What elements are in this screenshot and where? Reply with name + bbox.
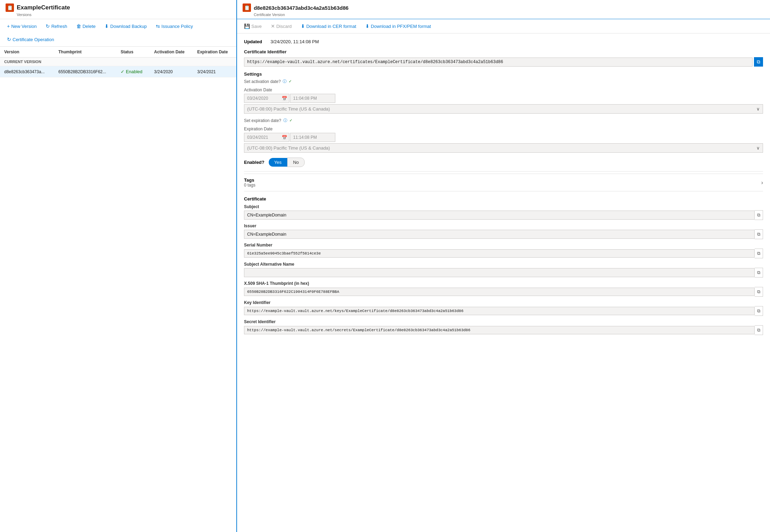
expiration-time-input[interactable] xyxy=(290,133,335,142)
certificate-operation-label: Certificate Operation xyxy=(13,37,54,42)
issuance-policy-button[interactable]: ⇆ Issuance Policy xyxy=(154,23,194,30)
download-cer-label: Download in CER format xyxy=(306,24,356,29)
refresh-button[interactable]: ↻ Refresh xyxy=(44,23,69,30)
certificate-section-title: Certificate xyxy=(244,196,763,202)
activation-time-input[interactable] xyxy=(290,94,335,103)
set-expiration-row: Set expiration date? ⓘ ✓ xyxy=(244,118,763,123)
activation-tz-select[interactable]: (UTC-08:00) Pacific Time (US & Canada) ∨ xyxy=(244,104,763,114)
tags-count: 0 tags xyxy=(244,183,256,188)
row-thumbprint: 6550B28B2DB3316F62... xyxy=(54,66,116,77)
subject-input[interactable] xyxy=(244,211,755,220)
secret-id-copy-button[interactable]: ⧉ xyxy=(755,325,763,335)
refresh-label: Refresh xyxy=(51,24,67,29)
enabled-label: Enabled? xyxy=(244,160,265,165)
table-row[interactable]: d8e8263cb363473a... 6550B28B2DB3316F62..… xyxy=(0,66,236,77)
new-version-button[interactable]: + New Version xyxy=(6,23,38,30)
download-backup-label: Download Backup xyxy=(110,24,147,29)
left-toolbar: + New Version ↻ Refresh 🗑 Delete ⬇ Downl… xyxy=(0,19,236,47)
expiration-date-inputs: 📅 xyxy=(244,133,763,142)
tags-chevron-icon: › xyxy=(761,180,763,186)
expiration-info-icon[interactable]: ⓘ xyxy=(283,118,287,123)
secret-id-field: Secret Identifier ⧉ xyxy=(244,319,763,335)
thumbprint-copy-button[interactable]: ⧉ xyxy=(755,287,763,297)
subject-field: Subject ⧉ xyxy=(244,204,763,220)
download-cer-icon: ⬇ xyxy=(301,23,305,29)
right-title: d8e8263cb363473abd3c4a2a51b63d86 xyxy=(254,5,349,11)
activation-tz-value: (UTC-08:00) Pacific Time (US & Canada) xyxy=(247,106,756,112)
discard-button[interactable]: ✕ Discard xyxy=(269,23,293,30)
certificate-operation-button[interactable]: ↻ Certificate Operation xyxy=(6,36,55,43)
secret-id-input[interactable] xyxy=(244,326,755,334)
serial-input-row: ⧉ xyxy=(244,249,763,258)
activation-date-input[interactable] xyxy=(244,94,289,103)
thumbprint-label: X.509 SHA-1 Thumbprint (in hex) xyxy=(244,281,763,286)
expiration-tz-chevron: ∨ xyxy=(756,145,760,151)
issuer-input[interactable] xyxy=(244,230,755,239)
new-version-label: New Version xyxy=(11,24,37,29)
settings-label: Settings xyxy=(244,71,763,77)
cert-identifier-input[interactable] xyxy=(244,58,753,67)
set-activation-row: Set activation date? ⓘ ✓ xyxy=(244,79,763,84)
expiration-tz-select[interactable]: (UTC-08:00) Pacific Time (US & Canada) ∨ xyxy=(244,143,763,153)
delete-label: Delete xyxy=(83,24,96,29)
discard-label: Discard xyxy=(276,24,292,29)
serial-field: Serial Number ⧉ xyxy=(244,243,763,258)
download-pfx-button[interactable]: ⬇ Download in PFX/PEM format xyxy=(364,23,433,30)
delete-button[interactable]: 🗑 Delete xyxy=(75,23,97,30)
divider-1 xyxy=(244,171,763,172)
updated-value: 3/24/2020, 11:14:08 PM xyxy=(270,39,319,44)
serial-label: Serial Number xyxy=(244,243,763,248)
updated-label: Updated xyxy=(244,39,262,44)
col-thumbprint: Thumbprint xyxy=(54,47,116,58)
secret-id-label: Secret Identifier xyxy=(244,319,763,324)
serial-input[interactable] xyxy=(244,249,755,258)
activation-info-icon[interactable]: ⓘ xyxy=(283,79,287,84)
serial-copy-button[interactable]: ⧉ xyxy=(755,249,763,258)
right-panel: 📋 d8e8263cb363473abd3c4a2a51b63d86 Certi… xyxy=(237,0,770,532)
thumbprint-field: X.509 SHA-1 Thumbprint (in hex) ⧉ xyxy=(244,281,763,297)
tags-section[interactable]: Tags 0 tags › xyxy=(244,174,763,191)
col-expiration: Expiration Date xyxy=(193,47,236,58)
download-cer-button[interactable]: ⬇ Download in CER format xyxy=(299,23,358,30)
row-status: ✓ Enabled xyxy=(116,66,150,77)
left-title: ExampleCertificate xyxy=(17,4,70,11)
expiration-date-input[interactable] xyxy=(244,133,289,142)
thumbprint-input[interactable] xyxy=(244,288,755,296)
key-id-input-row: ⧉ xyxy=(244,306,763,316)
save-button[interactable]: 💾 Save xyxy=(243,23,263,30)
san-input[interactable] xyxy=(244,268,755,277)
set-activation-text: Set activation date? xyxy=(244,79,281,84)
subject-copy-button[interactable]: ⧉ xyxy=(755,210,763,220)
left-header: 📋 ExampleCertificate Versions xyxy=(0,0,236,19)
download-pfx-icon: ⬇ xyxy=(365,23,369,29)
san-copy-button[interactable]: ⧉ xyxy=(755,268,763,278)
col-version: Version xyxy=(0,47,54,58)
activation-tz-chevron: ∨ xyxy=(756,106,760,112)
issuer-copy-button[interactable]: ⧉ xyxy=(755,229,763,239)
cert-identifier-copy-button[interactable]: ⧉ xyxy=(754,57,763,67)
set-expiration-text: Set expiration date? xyxy=(244,118,281,123)
plus-icon: + xyxy=(7,23,10,29)
cert-identifier-section-title: Certificate Identifier xyxy=(244,49,763,54)
right-header: 📋 d8e8263cb363473abd3c4a2a51b63d86 Certi… xyxy=(237,0,770,19)
col-activation: Activation Date xyxy=(150,47,193,58)
key-id-copy-button[interactable]: ⧉ xyxy=(755,306,763,316)
right-subtitle: Certificate Version xyxy=(254,13,764,17)
col-status: Status xyxy=(116,47,150,58)
download-backup-button[interactable]: ⬇ Download Backup xyxy=(103,23,148,30)
save-icon: 💾 xyxy=(244,23,250,29)
versions-table-container: Version Thumbprint Status Activation Dat… xyxy=(0,47,236,532)
issuer-label: Issuer xyxy=(244,223,763,228)
expiration-check-icon: ✓ xyxy=(289,118,292,123)
save-label: Save xyxy=(251,24,262,29)
issuer-input-row: ⧉ xyxy=(244,229,763,239)
subject-input-row: ⧉ xyxy=(244,210,763,220)
expiration-date-label: Expiration Date xyxy=(244,127,763,131)
thumbprint-input-row: ⧉ xyxy=(244,287,763,297)
cert-icon-left: 📋 xyxy=(6,3,14,12)
left-panel: 📋 ExampleCertificate Versions + New Vers… xyxy=(0,0,237,532)
key-id-label: Key Identifier xyxy=(244,300,763,305)
toggle-no-button[interactable]: No xyxy=(287,158,305,167)
key-id-input[interactable] xyxy=(244,307,755,315)
toggle-yes-button[interactable]: Yes xyxy=(269,158,287,167)
